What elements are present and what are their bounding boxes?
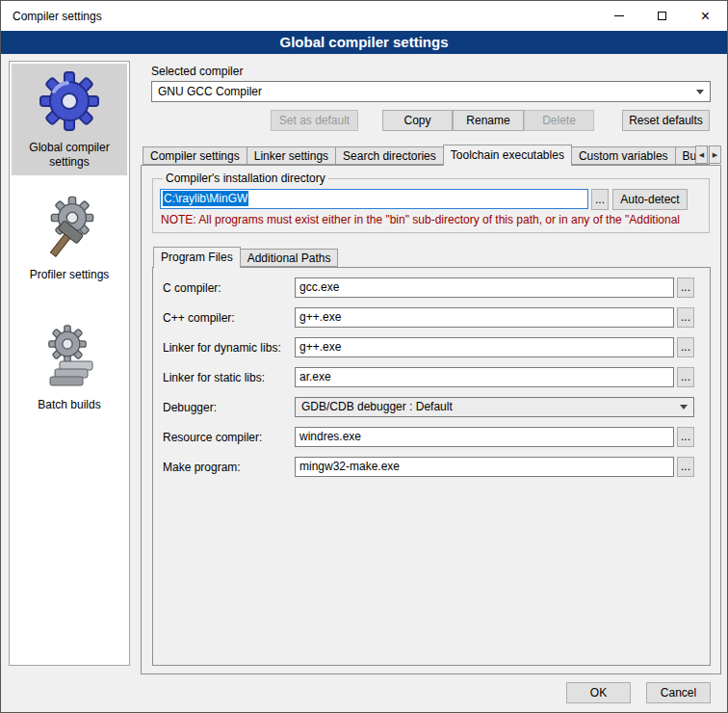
- form-row-make-program: Make program: mingw32-make.exe ...: [163, 457, 694, 477]
- chevron-down-icon: [675, 399, 692, 415]
- page-title: Global compiler settings: [1, 31, 727, 54]
- toolchain-executables-page: Compiler's installation directory C:\ray…: [141, 165, 721, 674]
- cpp-compiler-label: C++ compiler:: [163, 311, 295, 325]
- maximize-button[interactable]: [640, 1, 684, 31]
- resource-compiler-label: Resource compiler:: [163, 431, 295, 444]
- c-compiler-browse-button[interactable]: ...: [677, 277, 694, 298]
- tab-scroll-left-icon[interactable]: ◀: [695, 145, 708, 164]
- cpp-compiler-browse-button[interactable]: ...: [677, 307, 694, 328]
- installation-directory-browse-button[interactable]: ...: [591, 189, 609, 210]
- bin-subdirectory-note: NOTE: All programs must exist either in …: [161, 213, 688, 226]
- form-row-debugger: Debugger: GDB/CDB debugger : Default: [163, 397, 694, 417]
- compiler-settings-dialog: Compiler settings × Global compiler sett…: [0, 0, 728, 713]
- tab-search-directories[interactable]: Search directories: [335, 146, 444, 165]
- main-panel: Selected compiler GNU GCC Compiler Set a…: [141, 61, 721, 674]
- selected-compiler-value: GNU GCC Compiler: [158, 85, 262, 98]
- form-row-linker-static: Linker for static libs: ar.exe ...: [163, 367, 694, 387]
- window-title: Compiler settings: [1, 10, 597, 23]
- sidebar-item-label: Global compiler settings: [13, 141, 125, 170]
- debugger-dropdown[interactable]: GDB/CDB debugger : Default: [295, 397, 694, 417]
- installation-directory-group-title: Compiler's installation directory: [163, 172, 328, 185]
- sidebar-item-label: Batch builds: [13, 398, 125, 412]
- linker-dynamic-label: Linker for dynamic libs:: [163, 341, 295, 355]
- linker-static-label: Linker for static libs:: [163, 371, 295, 384]
- copy-button[interactable]: Copy: [382, 110, 453, 131]
- sidebar-item-global-compiler-settings[interactable]: Global compiler settings: [12, 64, 127, 175]
- program-files-page: C compiler: gcc.exe ... C++ compiler: g+…: [152, 267, 711, 666]
- form-row-resource-compiler: Resource compiler: windres.exe ...: [163, 427, 694, 447]
- minimize-icon: [614, 15, 624, 16]
- chevron-down-icon: [691, 83, 709, 100]
- form-row-cpp-compiler: C++ compiler: g++.exe ...: [163, 307, 694, 328]
- debugger-value: GDB/CDB debugger : Default: [301, 400, 453, 413]
- tab-custom-variables[interactable]: Custom variables: [571, 146, 676, 165]
- maximize-icon: [658, 12, 666, 20]
- compiler-actions: Set as default Copy Rename Delete Reset …: [141, 110, 721, 131]
- close-button[interactable]: ×: [684, 1, 727, 31]
- selected-compiler-dropdown[interactable]: GNU GCC Compiler: [151, 81, 711, 102]
- rename-button[interactable]: Rename: [453, 110, 524, 131]
- tab-compiler-settings[interactable]: Compiler settings: [143, 146, 247, 165]
- settings-sidebar: Global compiler settings: [9, 61, 130, 666]
- titlebar: Compiler settings ×: [1, 1, 727, 31]
- resource-compiler-browse-button[interactable]: ...: [677, 427, 694, 447]
- sidebar-item-profiler-settings[interactable]: Profiler settings: [12, 189, 127, 288]
- tab-additional-paths[interactable]: Additional Paths: [240, 249, 339, 267]
- linker-dynamic-browse-button[interactable]: ...: [677, 337, 694, 357]
- installation-directory-group: Compiler's installation directory C:\ray…: [152, 172, 710, 233]
- resource-compiler-input[interactable]: windres.exe: [295, 427, 674, 447]
- tab-linker-settings[interactable]: Linker settings: [247, 146, 336, 165]
- linker-static-input[interactable]: ar.exe: [295, 367, 674, 387]
- close-icon: ×: [701, 9, 710, 24]
- form-row-linker-dynamic: Linker for dynamic libs: g++.exe ...: [163, 337, 694, 357]
- form-row-c-compiler: C compiler: gcc.exe ...: [163, 277, 694, 298]
- ok-button[interactable]: OK: [566, 682, 631, 703]
- sidebar-item-label: Profiler settings: [13, 268, 125, 282]
- batch-builds-gear-stack-icon: [39, 323, 100, 390]
- installation-directory-row: C:\raylib\MinGW ... Auto-detect: [160, 189, 688, 209]
- make-program-browse-button[interactable]: ...: [677, 457, 694, 477]
- cancel-button[interactable]: Cancel: [646, 682, 711, 703]
- installation-directory-input[interactable]: C:\raylib\MinGW: [160, 189, 588, 209]
- tab-program-files[interactable]: Program Files: [153, 247, 241, 268]
- reset-defaults-button[interactable]: Reset defaults: [622, 110, 710, 131]
- profiler-gear-hammer-icon: [40, 195, 98, 260]
- linker-dynamic-input[interactable]: g++.exe: [295, 337, 674, 357]
- c-compiler-label: C compiler:: [163, 281, 295, 295]
- minimize-button[interactable]: [597, 1, 640, 31]
- program-files-tabbar: Program Files Additional Paths: [153, 247, 720, 267]
- cpp-compiler-input[interactable]: g++.exe: [295, 307, 674, 328]
- settings-tabbar: Compiler settings Linker settings Search…: [141, 145, 721, 165]
- linker-static-browse-button[interactable]: ...: [677, 367, 694, 387]
- make-program-input[interactable]: mingw32-make.exe: [295, 457, 674, 477]
- tab-scroll-controls: ◀ ▶: [695, 145, 721, 164]
- auto-detect-button[interactable]: Auto-detect: [612, 189, 688, 210]
- sidebar-item-batch-builds[interactable]: Batch builds: [12, 317, 127, 418]
- c-compiler-input[interactable]: gcc.exe: [295, 277, 674, 298]
- tab-toolchain-executables[interactable]: Toolchain executables: [443, 145, 572, 166]
- debugger-label: Debugger:: [163, 401, 295, 414]
- installation-directory-selected-text: C:\raylib\MinGW: [163, 191, 248, 206]
- set-as-default-button: Set as default: [271, 110, 358, 131]
- tab-scroll-right-icon[interactable]: ▶: [709, 145, 721, 164]
- delete-button: Delete: [524, 110, 594, 131]
- selected-compiler-label: Selected compiler: [151, 65, 721, 78]
- blue-gear-icon: [38, 69, 101, 133]
- make-program-label: Make program:: [163, 461, 295, 474]
